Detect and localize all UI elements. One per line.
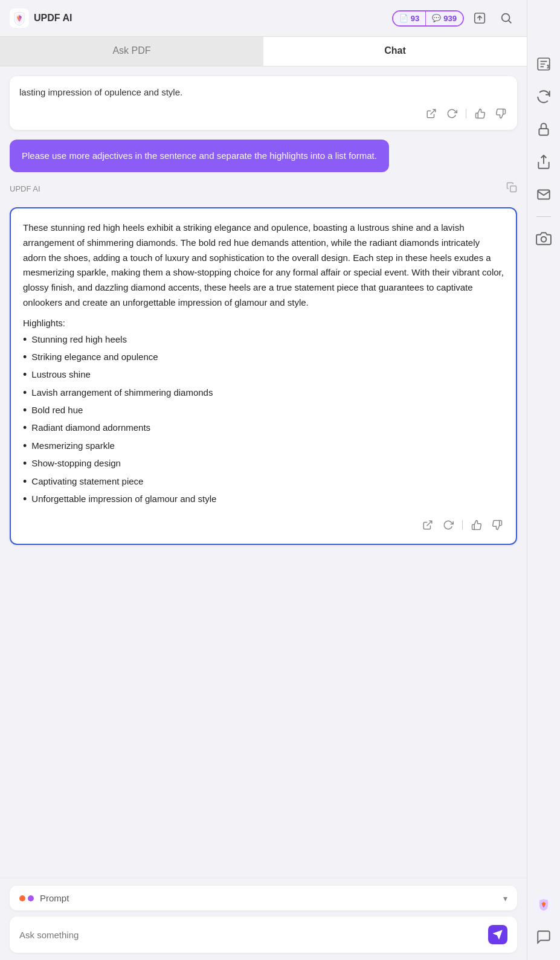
svg-line-4 bbox=[431, 109, 436, 114]
ai-main-text: These stunning red high heels exhibit a … bbox=[23, 221, 504, 311]
top-bar-right: 📄 93 💬 939 bbox=[392, 7, 517, 29]
tab-bar: Ask PDF Chat bbox=[0, 37, 527, 66]
thumbs-down-button-1[interactable] bbox=[494, 107, 507, 120]
ai-message-actions bbox=[23, 518, 504, 532]
highlight-item-2: Lustrous shine bbox=[23, 368, 504, 382]
svg-point-11 bbox=[541, 237, 547, 242]
top-bar: UPDF AI 📄 93 💬 939 bbox=[0, 0, 527, 37]
thumbs-down-button-2[interactable] bbox=[491, 518, 504, 532]
send-icon bbox=[493, 930, 503, 939]
token-left: 📄 93 bbox=[393, 11, 426, 25]
token-right: 💬 939 bbox=[426, 11, 463, 25]
chat-container: lasting impression of opulence and style… bbox=[0, 66, 527, 878]
dot-orange bbox=[19, 895, 25, 901]
svg-point-3 bbox=[502, 14, 510, 22]
ai-label: UPDF AI bbox=[10, 184, 40, 193]
token-badge[interactable]: 📄 93 💬 939 bbox=[392, 10, 464, 27]
app-name: UPDF AI bbox=[34, 13, 72, 24]
sidebar-updf-button[interactable] bbox=[533, 894, 555, 915]
right-sidebar bbox=[527, 0, 560, 960]
assistant-bubble-partial: lasting impression of opulence and style… bbox=[10, 76, 517, 130]
tab-chat[interactable]: Chat bbox=[263, 37, 527, 66]
sidebar-camera-button[interactable] bbox=[533, 228, 555, 250]
sidebar-mail-button[interactable] bbox=[533, 184, 555, 205]
prompt-bar[interactable]: Prompt ▾ bbox=[10, 886, 517, 910]
user-bubble: Please use more adjectives in the senten… bbox=[10, 140, 389, 173]
prompt-left: Prompt bbox=[19, 893, 69, 903]
logo-area: UPDF AI bbox=[10, 8, 72, 28]
upgrade-button[interactable] bbox=[469, 7, 491, 29]
ai-response-card: These stunning red high heels exhibit a … bbox=[10, 207, 517, 545]
dot-purple bbox=[28, 895, 34, 901]
send-button[interactable] bbox=[488, 925, 507, 944]
tab-ask-pdf[interactable]: Ask PDF bbox=[0, 37, 263, 66]
ask-input-row bbox=[10, 917, 517, 953]
highlight-item-8: Captivating statement piece bbox=[23, 475, 504, 489]
token-left-count: 93 bbox=[411, 14, 419, 23]
highlight-item-4: Bold red hue bbox=[23, 404, 504, 417]
export-button-2[interactable] bbox=[421, 518, 434, 532]
updf-logo-icon bbox=[10, 8, 29, 28]
sidebar-lock-button[interactable] bbox=[533, 118, 555, 140]
highlight-item-7: Show-stopping design bbox=[23, 457, 504, 471]
action-divider-1 bbox=[466, 109, 466, 118]
chevron-down-icon: ▾ bbox=[503, 894, 507, 903]
user-message-text: Please use more adjectives in the senten… bbox=[22, 150, 377, 161]
partial-text: lasting impression of opulence and style… bbox=[19, 86, 507, 100]
token-right-count: 939 bbox=[443, 14, 457, 23]
highlight-item-5: Radiant diamond adornments bbox=[23, 421, 504, 435]
svg-line-6 bbox=[427, 521, 432, 526]
highlight-item-9: Unforgettable impression of glamour and … bbox=[23, 492, 504, 506]
highlight-item-0: Stunning red high heels bbox=[23, 333, 504, 347]
prompt-dots bbox=[19, 895, 34, 901]
export-button-1[interactable] bbox=[425, 107, 438, 120]
bottom-area: Prompt ▾ bbox=[0, 878, 527, 960]
highlights-label: Highlights: bbox=[23, 318, 504, 328]
highlights-list: Stunning red high heelsStriking elegance… bbox=[23, 333, 504, 507]
action-divider-2 bbox=[462, 520, 463, 530]
sidebar-ocr-button[interactable] bbox=[533, 53, 555, 75]
highlight-item-6: Mesmerizing sparkle bbox=[23, 439, 504, 453]
thumbs-up-button-2[interactable] bbox=[470, 518, 483, 532]
ask-input[interactable] bbox=[19, 930, 488, 940]
copy-button[interactable] bbox=[506, 182, 517, 195]
token-right-icon: 💬 bbox=[432, 14, 441, 22]
refresh-button-1[interactable] bbox=[445, 107, 459, 120]
refresh-button-2[interactable] bbox=[442, 518, 455, 532]
sidebar-share-button[interactable] bbox=[533, 151, 555, 173]
prompt-label: Prompt bbox=[40, 893, 69, 903]
sidebar-chat-button[interactable] bbox=[533, 926, 555, 948]
svg-rect-8 bbox=[539, 129, 548, 135]
highlight-item-3: Lavish arrangement of shimmering diamond… bbox=[23, 386, 504, 400]
partial-message-actions bbox=[19, 107, 507, 120]
sidebar-divider-1 bbox=[536, 216, 551, 217]
highlight-item-1: Striking elegance and opulence bbox=[23, 350, 504, 364]
token-left-icon: 📄 bbox=[399, 14, 408, 22]
ai-label-row: UPDF AI bbox=[10, 182, 517, 195]
thumbs-up-button-1[interactable] bbox=[474, 107, 487, 120]
search-button[interactable] bbox=[495, 7, 517, 29]
sidebar-refresh-button[interactable] bbox=[533, 86, 555, 108]
svg-rect-5 bbox=[510, 186, 517, 192]
